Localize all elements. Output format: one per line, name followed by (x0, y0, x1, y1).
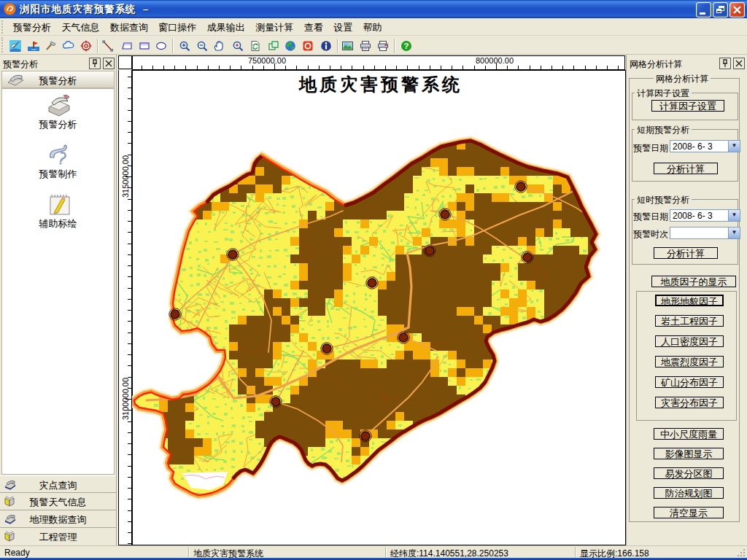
svg-text:?: ? (403, 42, 409, 50)
